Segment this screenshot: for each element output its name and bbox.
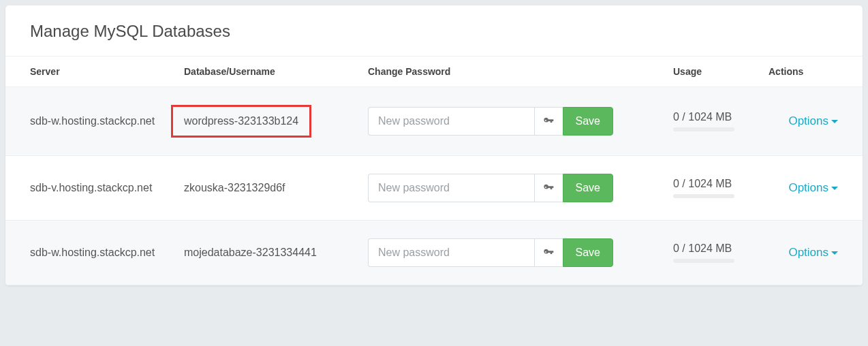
- options-label: Options: [788, 181, 828, 195]
- table-row: sdb-w.hosting.stackcp.net wordpress-3231…: [5, 87, 863, 156]
- chevron-down-icon: [831, 251, 838, 255]
- password-cell: Save: [360, 87, 665, 156]
- password-input[interactable]: [368, 107, 534, 136]
- chevron-down-icon: [831, 120, 838, 123]
- database-panel: Manage MySQL Databases Server Database/U…: [5, 5, 863, 285]
- usage-text: 0 / 1024 MB: [673, 242, 752, 255]
- options-label: Options: [788, 246, 828, 260]
- save-button[interactable]: Save: [563, 238, 613, 267]
- usage-text: 0 / 1024 MB: [673, 178, 752, 190]
- save-button[interactable]: Save: [563, 107, 613, 136]
- generate-password-button[interactable]: [534, 107, 563, 136]
- usage-cell: 0 / 1024 MB: [665, 221, 760, 285]
- server-cell: sdb-v.hosting.stackcp.net: [5, 156, 176, 221]
- actions-cell: Options: [760, 156, 863, 221]
- usage-cell: 0 / 1024 MB: [665, 156, 760, 221]
- usage-cell: 0 / 1024 MB: [665, 87, 760, 156]
- database-cell: zkouska-3231329d6f: [176, 156, 360, 221]
- key-icon: [543, 116, 554, 127]
- password-input[interactable]: [368, 238, 534, 267]
- actions-cell: Options: [760, 221, 863, 285]
- page-title: Manage MySQL Databases: [30, 22, 838, 41]
- header-server: Server: [5, 57, 176, 87]
- generate-password-button[interactable]: [534, 174, 563, 202]
- password-input[interactable]: [368, 174, 534, 202]
- usage-bar: [673, 194, 734, 198]
- options-label: Options: [788, 114, 828, 128]
- table-row: sdb-v.hosting.stackcp.net zkouska-323132…: [5, 156, 863, 221]
- password-cell: Save: [360, 156, 665, 221]
- password-cell: Save: [360, 221, 665, 285]
- options-dropdown[interactable]: Options: [788, 181, 838, 195]
- usage-text: 0 / 1024 MB: [673, 111, 752, 123]
- database-cell: wordpress-323133b124: [176, 87, 360, 156]
- header-password: Change Password: [360, 57, 665, 87]
- key-icon: [543, 183, 554, 193]
- chevron-down-icon: [831, 187, 838, 190]
- table-row: sdb-w.hosting.stackcp.net mojedatabaze-3…: [5, 221, 863, 285]
- password-group: Save: [368, 238, 613, 267]
- generate-password-button[interactable]: [534, 238, 563, 267]
- header-actions: Actions: [760, 57, 863, 87]
- actions-cell: Options: [760, 87, 863, 156]
- header-usage: Usage: [665, 57, 760, 87]
- panel-header: Manage MySQL Databases: [5, 5, 863, 57]
- server-cell: sdb-w.hosting.stackcp.net: [5, 221, 176, 285]
- database-cell: mojedatabaze-3231334441: [176, 221, 360, 285]
- options-dropdown[interactable]: Options: [788, 246, 838, 260]
- options-dropdown[interactable]: Options: [788, 114, 838, 128]
- save-button[interactable]: Save: [563, 174, 613, 202]
- server-cell: sdb-w.hosting.stackcp.net: [5, 87, 176, 156]
- usage-bar: [673, 259, 734, 263]
- password-group: Save: [368, 174, 613, 202]
- usage-bar: [673, 127, 734, 131]
- database-table: Server Database/Username Change Password…: [5, 57, 863, 285]
- header-database: Database/Username: [176, 57, 360, 87]
- password-group: Save: [368, 107, 613, 136]
- database-name-highlighted: wordpress-323133b124: [171, 105, 311, 138]
- key-icon: [543, 247, 554, 258]
